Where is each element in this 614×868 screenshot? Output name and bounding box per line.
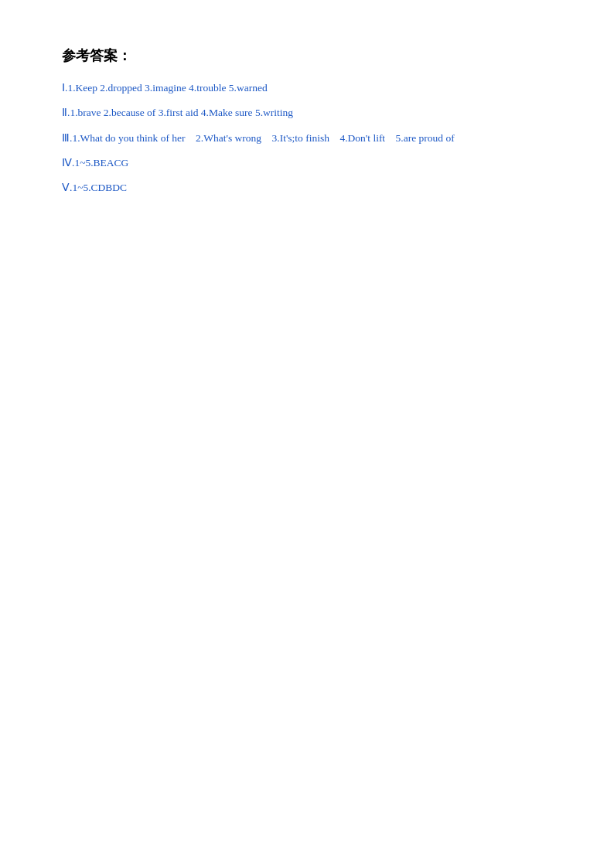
roman-numeral-V: Ⅴ	[62, 182, 70, 193]
section-II-content: .1.brave 2.because of 3.first aid 4.Make…	[67, 107, 293, 118]
answer-section-IV: Ⅳ.1~5.BEACG	[62, 154, 552, 172]
answer-section-I: Ⅰ.1.Keep 2.dropped 3.imagine 4.trouble 5…	[62, 79, 552, 97]
page-title: 参考答案：	[62, 46, 552, 65]
answer-section-V: Ⅴ.1~5.CDBDC	[62, 179, 552, 197]
roman-numeral-II: Ⅱ	[62, 107, 67, 118]
roman-numeral-III: Ⅲ	[62, 129, 70, 148]
answer-section-III: Ⅲ.1.What do you think of her 2.What's wr…	[62, 129, 552, 148]
page: 参考答案： Ⅰ.1.Keep 2.dropped 3.imagine 4.tro…	[0, 0, 614, 868]
section-V-content: .1~5.CDBDC	[70, 182, 127, 193]
roman-numeral-IV: Ⅳ	[62, 157, 72, 168]
section-I-content: .1.Keep 2.dropped 3.imagine 4.trouble 5.…	[65, 82, 268, 94]
section-III-content: .1.What do you think of her 2.What's wro…	[70, 129, 455, 148]
answer-section-II: Ⅱ.1.brave 2.because of 3.first aid 4.Mak…	[62, 104, 552, 122]
section-IV-content: .1~5.BEACG	[72, 157, 128, 168]
